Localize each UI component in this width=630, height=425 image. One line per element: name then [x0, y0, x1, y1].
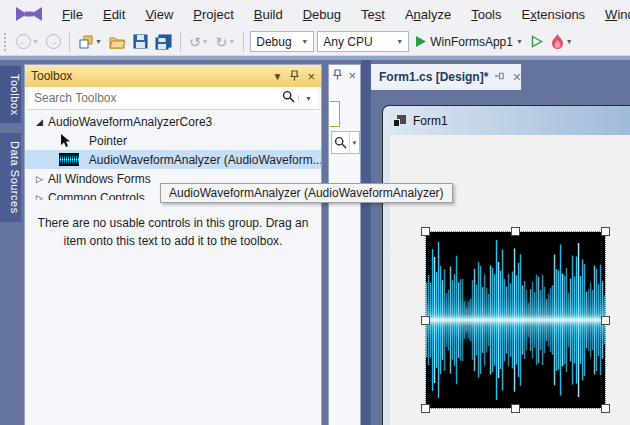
window-position-icon[interactable]: ▼	[273, 71, 283, 82]
resize-handle-top-left[interactable]	[421, 227, 430, 236]
save-button[interactable]	[131, 32, 150, 51]
close-icon[interactable]: ✕	[512, 71, 521, 84]
toolbox-search-box: ▼	[25, 87, 321, 110]
audio-waveform-control[interactable]	[426, 232, 605, 408]
chevron-collapsed-icon[interactable]: ▷	[33, 193, 46, 200]
undo-button[interactable]: ↺▼	[187, 33, 211, 51]
menu-extensions[interactable]: Extensions	[512, 3, 596, 26]
toolbox-search-input[interactable]	[28, 91, 278, 105]
chevron-down-icon: ▼	[228, 38, 235, 45]
toolbar-grip[interactable]	[4, 33, 8, 51]
close-icon[interactable]: ×	[307, 69, 315, 84]
menu-tools[interactable]: Tools	[461, 3, 511, 26]
menu-file[interactable]: File	[52, 3, 93, 26]
search-icon	[332, 132, 349, 153]
chevron-down-icon: ▼	[32, 38, 39, 45]
navigate-back-button[interactable]: ←▼	[14, 32, 41, 51]
pin-icon[interactable]	[495, 71, 505, 83]
selected-control-bounds[interactable]	[426, 232, 605, 408]
menu-test[interactable]: Test	[351, 3, 395, 26]
solution-platform-combo[interactable]: Any CPU▼	[317, 31, 409, 52]
chevron-down-icon: ▼	[516, 38, 523, 45]
back-arrow-icon: ←	[16, 34, 31, 49]
form-title: Form1	[413, 114, 448, 128]
new-project-icon	[78, 34, 94, 50]
open-file-button[interactable]	[107, 33, 128, 51]
sidebar-tab-data-sources[interactable]: Data Sources	[0, 133, 21, 222]
redo-button[interactable]: ↻▼	[214, 33, 238, 51]
menu-items: FileEditViewProjectBuildDebugTestAnalyze…	[52, 3, 630, 26]
chevron-collapsed-icon[interactable]: ▷	[33, 174, 46, 184]
pointer-icon	[59, 134, 83, 148]
pin-icon[interactable]	[290, 70, 299, 83]
play-icon	[414, 35, 427, 48]
toolbar-separator	[180, 32, 181, 52]
chevron-down-icon[interactable]: ▼	[349, 132, 359, 153]
toolbox-title-bar[interactable]: Toolbox ▼ ×	[25, 65, 321, 87]
startup-project-label: WinFormsApp1	[430, 35, 513, 49]
search-options-dropdown[interactable]: ▼	[298, 95, 318, 102]
start-without-debugging-button[interactable]	[528, 33, 545, 50]
toolbox-item-label: AudioWaveformAnalyzerCore3	[48, 115, 212, 129]
toolbox-item-label: Common Controls	[48, 191, 145, 200]
forward-arrow-icon: →	[46, 34, 61, 49]
menu-analyze[interactable]: Analyze	[395, 3, 461, 26]
undo-icon: ↺	[189, 35, 201, 49]
start-debugging-button[interactable]: WinFormsApp1 ▼	[412, 33, 525, 51]
document-tab-label: Form1.cs [Design]*	[379, 70, 488, 84]
waveform-image	[426, 232, 605, 408]
hot-reload-button[interactable]: ▼	[548, 32, 575, 52]
resize-handle-top-middle[interactable]	[511, 227, 520, 236]
pin-icon[interactable]	[333, 69, 342, 82]
focused-field-fragment[interactable]	[330, 101, 340, 127]
menu-view[interactable]: View	[135, 3, 183, 26]
toolbox-title: Toolbox	[31, 69, 265, 83]
navigate-forward-button[interactable]: →	[44, 32, 63, 51]
toolbox-item-audiowaveformanalyzer-audiowaveform[interactable]: AudioWaveformAnalyzer (AudioWaveform...	[25, 150, 321, 169]
chevron-down-icon: ▼	[396, 38, 403, 45]
mini-tool-window-title-bar: ×	[329, 65, 360, 85]
resize-handle-bottom-right[interactable]	[601, 404, 610, 413]
workspace: Toolbox Data Sources Toolbox ▼ × ▼ ◢Audi…	[0, 56, 630, 425]
menu-debug[interactable]: Debug	[293, 3, 351, 26]
resize-handle-bottom-left[interactable]	[421, 404, 430, 413]
toolbar-separator	[243, 32, 244, 52]
toolbox-pane: Toolbox ▼ × ▼ ◢AudioWaveformAnalyzerCore…	[24, 64, 322, 425]
menu-window[interactable]: Window	[595, 3, 630, 26]
search-icon[interactable]	[278, 90, 298, 106]
toolbox-item-audiowaveformanalyzercore3[interactable]: ◢AudioWaveformAnalyzerCore3	[25, 112, 321, 131]
resize-handle-middle-left[interactable]	[421, 316, 430, 325]
save-all-button[interactable]	[153, 32, 174, 52]
document-well: Form1.cs [Design]* ✕ Form1	[371, 56, 630, 425]
resize-handle-middle-right[interactable]	[601, 316, 610, 325]
pane-splitter[interactable]	[361, 60, 371, 425]
toolbox-item-label: Pointer	[89, 134, 127, 148]
menu-edit[interactable]: Edit	[93, 3, 135, 26]
menu-build[interactable]: Build	[244, 3, 293, 26]
toolbox-item-label: All Windows Forms	[48, 172, 151, 186]
resize-handle-top-right[interactable]	[601, 227, 610, 236]
form-client-area[interactable]	[390, 135, 630, 425]
tool-window-tab-strip: Toolbox Data Sources	[0, 60, 21, 425]
standard-toolbar: ←▼ → ▼ ↺▼ ↻▼ Debug▼ Any CPU▼	[0, 28, 630, 56]
platform-value: Any CPU	[323, 35, 372, 49]
redo-icon: ↻	[216, 35, 228, 49]
new-project-button[interactable]: ▼	[76, 32, 104, 52]
menu-project[interactable]: Project	[183, 3, 243, 26]
solution-configuration-combo[interactable]: Debug▼	[250, 31, 314, 52]
chevron-expanded-icon[interactable]: ◢	[33, 117, 46, 127]
document-tab-form1-design[interactable]: Form1.cs [Design]* ✕	[371, 64, 521, 90]
mini-search-box[interactable]: ▼	[331, 131, 360, 154]
flame-icon	[550, 34, 565, 50]
resize-handle-bottom-middle[interactable]	[511, 404, 520, 413]
toolbox-empty-group-text: There are no usable controls in this gro…	[37, 214, 309, 250]
designer-form[interactable]: Form1	[382, 105, 630, 425]
toolbox-item-pointer[interactable]: Pointer	[25, 131, 321, 150]
sidebar-tab-toolbox[interactable]: Toolbox	[0, 66, 21, 123]
toolbar-separator	[69, 32, 70, 52]
configuration-value: Debug	[256, 35, 291, 49]
form-title-bar: Form1	[383, 106, 630, 135]
menu-bar: FileEditViewProjectBuildDebugTestAnalyze…	[0, 0, 630, 28]
close-icon[interactable]: ×	[348, 68, 356, 83]
play-outline-icon	[530, 35, 543, 48]
